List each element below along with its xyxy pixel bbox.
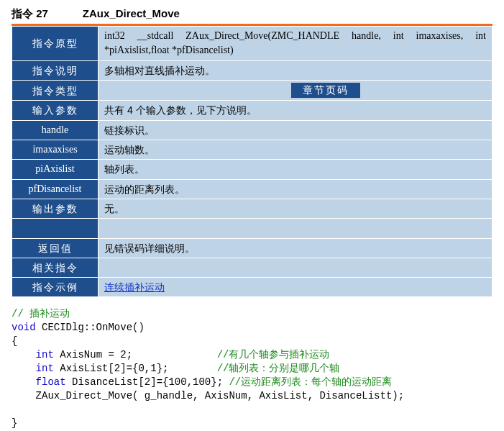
row-rel-value bbox=[98, 258, 492, 277]
row-desc-label: 指令说明 bbox=[12, 60, 98, 80]
code-type: int bbox=[36, 349, 54, 360]
code-text: } bbox=[12, 417, 17, 429]
section-page-badge: 章节页码 bbox=[291, 83, 360, 99]
command-number: 指令 27 bbox=[12, 7, 48, 21]
row-in-label: 输入参数 bbox=[12, 101, 98, 120]
row-proto-label: 指令原型 bbox=[12, 27, 98, 61]
code-type: int bbox=[36, 363, 54, 374]
command-name: ZAux_Direct_Move bbox=[83, 7, 180, 19]
row-blank-label bbox=[12, 219, 98, 238]
row-p2-label: imaxaxises bbox=[12, 140, 98, 160]
code-text: { bbox=[12, 335, 17, 347]
code-type: float bbox=[36, 376, 66, 388]
row-ex-label: 指令示例 bbox=[12, 278, 98, 297]
command-table: 指令原型 int32 __stdcall ZAux_Direct_Move(ZM… bbox=[12, 26, 492, 297]
row-rel-label: 相关指令 bbox=[12, 258, 98, 277]
code-comment: // 插补运动 bbox=[12, 308, 70, 319]
row-p3-value: 轴列表。 bbox=[98, 160, 492, 179]
row-p4-label: pfDisancelist bbox=[12, 179, 98, 199]
code-text: DisanceList[2]={100,100}; bbox=[66, 376, 223, 388]
row-out-value: 无。 bbox=[98, 199, 492, 218]
code-comment: //有几个轴参与插补运动 bbox=[217, 349, 330, 360]
row-p1-value: 链接标识。 bbox=[98, 120, 492, 140]
row-p2-value: 运动轴数。 bbox=[98, 140, 492, 160]
row-p4-value: 运动的距离列表。 bbox=[98, 179, 492, 199]
code-example: // 插补运动 void CECIDlg::OnMove() { int Axi… bbox=[12, 307, 492, 430]
row-out-label: 输出参数 bbox=[12, 199, 98, 218]
row-ret-label: 返回值 bbox=[12, 238, 98, 258]
row-p1-label: handle bbox=[12, 120, 98, 140]
code-keyword: void bbox=[12, 322, 36, 333]
row-type-label: 指令类型 bbox=[12, 80, 98, 101]
code-text: AxisList[2]={0,1}; bbox=[54, 363, 169, 374]
row-p3-label: piAxislist bbox=[12, 160, 98, 179]
code-comment: //运动距离列表：每个轴的运动距离 bbox=[229, 376, 392, 388]
row-type-value: 章节页码 bbox=[98, 80, 492, 101]
row-desc-value: 多轴相对直线插补运动。 bbox=[98, 60, 492, 80]
code-text: CECIDlg::OnMove() bbox=[36, 322, 145, 333]
row-proto-value: int32 __stdcall ZAux_Direct_Move(ZMC_HAN… bbox=[98, 27, 492, 61]
row-ret-value: 见错误码详细说明。 bbox=[98, 238, 492, 258]
row-blank-value bbox=[98, 219, 492, 238]
code-text: ZAux_Direct_Move( g_handle, AxisNum, Axi… bbox=[12, 390, 404, 401]
code-comment: //轴列表：分别是哪几个轴 bbox=[217, 363, 340, 374]
example-link[interactable]: 连续插补运动 bbox=[104, 281, 165, 293]
row-ex-value: 连续插补运动 bbox=[98, 278, 492, 297]
command-header: 指令 27 ZAux_Direct_Move bbox=[12, 7, 492, 21]
row-in-value: 共有 4 个输入参数，见下方说明。 bbox=[98, 101, 492, 120]
code-text: AxisNum = 2; bbox=[54, 349, 132, 360]
